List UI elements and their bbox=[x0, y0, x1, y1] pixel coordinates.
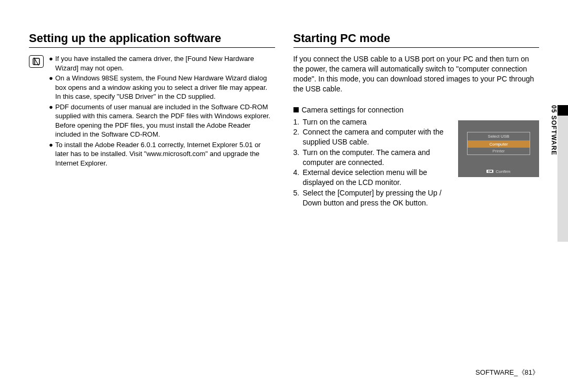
step-number: 2. bbox=[293, 127, 303, 148]
footer-page-number: 81 bbox=[518, 368, 539, 376]
step-number: 4. bbox=[293, 168, 303, 188]
bullet-text: On a Windows 98SE system, the Found New … bbox=[55, 74, 275, 101]
bullet-dot: ● bbox=[49, 54, 55, 73]
step-text: Turn on the computer. The camera and com… bbox=[303, 148, 451, 168]
lcd-menu-title: Select USB bbox=[468, 132, 530, 141]
step-number: 1. bbox=[293, 117, 303, 127]
footer-section: SOFTWARE_ bbox=[475, 368, 518, 376]
bullet-dot: ● bbox=[49, 102, 55, 139]
section-header: Camera settings for connection bbox=[293, 106, 540, 114]
step-item: 2.Connect the camera and computer with t… bbox=[293, 127, 451, 148]
steps-list: 1.Turn on the camera 2.Connect the camer… bbox=[293, 117, 451, 209]
step-item: 5.Select the [Computer] by pressing the … bbox=[293, 188, 451, 209]
bullet-item: ● On a Windows 98SE system, the Found Ne… bbox=[49, 74, 275, 101]
step-text: Select the [Computer] by pressing the Up… bbox=[303, 188, 451, 209]
side-tab-accent bbox=[557, 105, 568, 116]
step-item: 4.External device selection menu will be… bbox=[293, 168, 451, 188]
bullet-dot: ● bbox=[49, 140, 55, 168]
right-heading: Starting PC mode bbox=[293, 32, 540, 48]
bullet-item: ● To install the Adobe Reader 6.0.1 corr… bbox=[49, 140, 275, 168]
step-item: 3.Turn on the computer. The camera and c… bbox=[293, 148, 451, 168]
two-column-layout: Setting up the application software ● If… bbox=[29, 32, 539, 208]
bullet-item: ● PDF documents of user manual are inclu… bbox=[49, 102, 275, 139]
lcd-option: Printer bbox=[468, 148, 530, 154]
lcd-screenshot: Select USB Computer Printer OK Confirm bbox=[458, 120, 539, 177]
section-label: Camera settings for connection bbox=[302, 106, 404, 114]
right-column: Starting PC mode If you connect the USB … bbox=[293, 32, 540, 208]
left-column: Setting up the application software ● If… bbox=[29, 32, 275, 208]
manual-page: Setting up the application software ● If… bbox=[0, 0, 568, 392]
bullet-dot: ● bbox=[49, 74, 55, 101]
confirm-label: Confirm bbox=[495, 169, 510, 174]
left-heading: Setting up the application software bbox=[29, 32, 275, 48]
step-text: Connect the camera and computer with the… bbox=[303, 127, 451, 148]
step-item: 1.Turn on the camera bbox=[293, 117, 451, 127]
step-number: 5. bbox=[293, 188, 303, 209]
bullet-text: If you have installed the camera driver,… bbox=[55, 54, 275, 73]
bullet-text: To install the Adobe Reader 6.0.1 correc… bbox=[55, 140, 275, 168]
step-number: 3. bbox=[293, 148, 303, 168]
side-tab-background bbox=[557, 116, 568, 242]
square-bullet-icon bbox=[293, 107, 299, 112]
bullet-text: PDF documents of user manual are include… bbox=[55, 102, 275, 139]
intro-paragraph: If you connect the USB cable to a USB po… bbox=[293, 54, 540, 94]
step-text: External device selection menu will be d… bbox=[303, 168, 451, 188]
note-icon bbox=[29, 55, 44, 68]
lcd-footer: OK Confirm bbox=[458, 169, 539, 174]
step-text: Turn on the camera bbox=[303, 117, 367, 127]
bullet-item: ● If you have installed the camera drive… bbox=[49, 54, 275, 73]
connection-row: 1.Turn on the camera 2.Connect the camer… bbox=[293, 117, 540, 209]
lcd-option-selected: Computer bbox=[468, 141, 530, 148]
bullet-list: ● If you have installed the camera drive… bbox=[49, 54, 275, 169]
page-footer: SOFTWARE_81 bbox=[475, 368, 539, 377]
lcd-menu-box: Select USB Computer Printer bbox=[467, 132, 530, 155]
side-tab-label: 05 SOFTWARE bbox=[550, 105, 557, 156]
note-block: ● If you have installed the camera drive… bbox=[29, 54, 275, 169]
ok-badge: OK bbox=[486, 170, 493, 173]
